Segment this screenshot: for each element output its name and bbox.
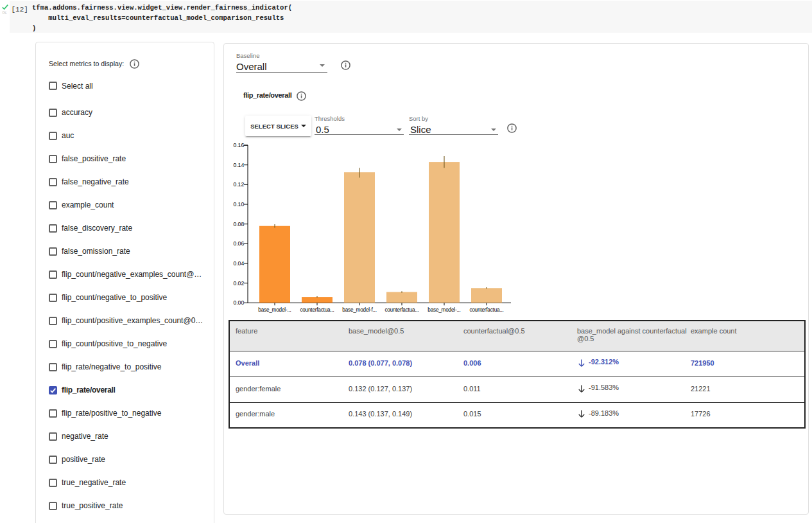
svg-text:base_model-...: base_model-...	[258, 307, 291, 313]
svg-text:0.12: 0.12	[233, 181, 244, 188]
svg-text:0.06: 0.06	[233, 240, 244, 247]
svg-text:0.02: 0.02	[233, 280, 244, 287]
svg-text:0.14: 0.14	[233, 162, 244, 168]
svg-text:0.10: 0.10	[233, 201, 244, 208]
svg-text:counterfactua...: counterfactua...	[469, 307, 503, 313]
svg-text:counterfactua...: counterfactua...	[300, 307, 334, 313]
svg-text:base_model-f...: base_model-f...	[342, 307, 376, 313]
svg-text:0.08: 0.08	[233, 221, 244, 227]
svg-text:counterfactua...: counterfactua...	[384, 307, 419, 313]
svg-text:base_model-...: base_model-...	[428, 307, 460, 313]
svg-text:0.04: 0.04	[233, 260, 244, 267]
svg-text:0.00: 0.00	[233, 299, 244, 306]
svg-text:0.16: 0.16	[233, 142, 244, 148]
